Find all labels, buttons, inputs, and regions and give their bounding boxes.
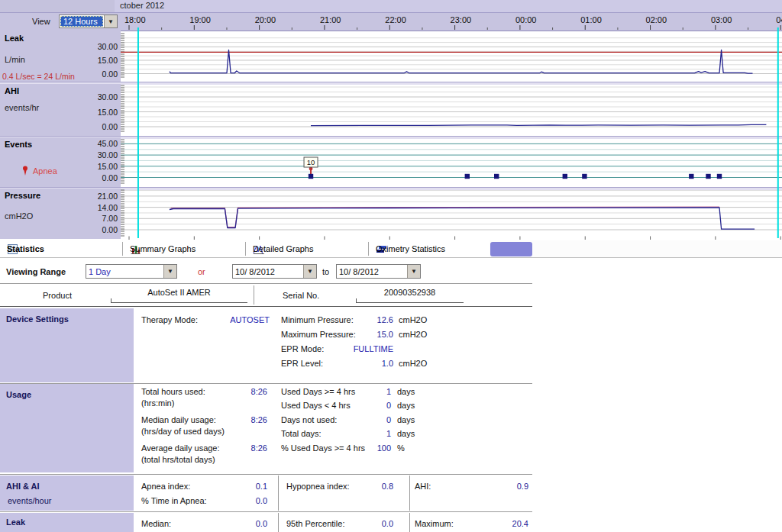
highlight-chip[interactable] — [490, 242, 532, 256]
used-days-lt4-label: Used Days < 4 hrs — [281, 401, 351, 410]
events-ytick-label: 45.00 — [84, 139, 118, 148]
used-days-ge4-label: Used Days >= 4 hrs — [281, 387, 355, 396]
chevron-down-icon[interactable]: ▼ — [303, 265, 316, 278]
days-not-used-label: Days not used: — [281, 415, 337, 424]
total-hours-value: 8:26 — [229, 387, 267, 396]
used-days-lt4-value: 0 — [353, 401, 391, 410]
from-date-value: 10/ 8/2012 — [233, 267, 303, 276]
divider — [254, 285, 254, 305]
max-pressure-label: Maximum Pressure: — [281, 330, 356, 339]
chevron-down-icon[interactable]: ▼ — [407, 265, 420, 278]
pressure-ytick-label: 0.00 — [84, 225, 118, 234]
from-date-dropdown[interactable]: 10/ 8/2012 ▼ — [232, 264, 317, 279]
tab-oximetry-statistics-label: Oximetry Statistics — [376, 244, 445, 253]
device-settings-title: Device Settings — [6, 314, 69, 324]
leak-stats-cell: Leak — [0, 513, 134, 532]
leak-panel-title: Leak — [5, 34, 24, 43]
leak-95th-label: 95th Percentile: — [286, 519, 344, 528]
pressure-ytick-label: 7.00 — [84, 214, 118, 223]
pressure-panel-title: Pressure — [5, 191, 40, 200]
time-tick-label: 23:00 — [451, 15, 481, 24]
epr-mode-value: FULLTIME — [347, 344, 393, 353]
month-label: ctober 2012 — [120, 1, 164, 10]
chevron-down-icon[interactable]: ▼ — [163, 265, 176, 278]
leak-median-label: Median: — [141, 519, 171, 528]
time-tick-label: 19:00 — [189, 15, 220, 24]
tab-detailed-graphs[interactable]: Detailed Graphs — [246, 240, 368, 257]
svg-text:10: 10 — [307, 158, 315, 166]
min-pressure-unit: cmH2O — [399, 315, 427, 324]
hypopnea-marker — [689, 174, 693, 179]
tab-oximetry-statistics[interactable]: Oximetry Statistics — [369, 240, 490, 257]
product-value: AutoSet II AMER — [111, 288, 247, 303]
ahi-panel-title: AHI — [5, 86, 19, 95]
divider — [0, 306, 532, 307]
epr-level-unit: cmH2O — [399, 359, 427, 368]
time-tick-label: 01:00 — [580, 15, 611, 24]
time-tick-label: 18:00 — [124, 15, 155, 24]
time-tick-label: 00:00 — [515, 15, 546, 24]
time-tick-label: 02:00 — [646, 15, 677, 24]
leak-ytick-label: 15.00 — [84, 56, 118, 65]
median-usage-label: Median daily usage: — [141, 415, 216, 424]
tab-summary-graphs-label: Summary Graphs — [130, 244, 196, 253]
chevron-down-icon[interactable]: ▼ — [104, 15, 117, 27]
set_pressure-trace — [171, 207, 719, 227]
epr-mode-label: EPR Mode: — [281, 344, 324, 353]
time-axis-band: View 12 Hours ▼ 18:0019:0020:0021:0022:0… — [0, 13, 782, 31]
resscan-window: ctober 2012 View 12 Hours ▼ 18:0019:0020… — [0, 0, 782, 532]
pressure-panel-unit: cmH2O — [5, 211, 33, 221]
corner-spacer — [0, 0, 115, 12]
leak-ytick-label: 0.00 — [84, 69, 118, 79]
viewing-range-preset-dropdown[interactable]: 1 Day ▼ — [86, 264, 177, 279]
therapy-mode-value: AUTOSET — [206, 315, 270, 324]
leak_lpm-trace — [170, 50, 753, 74]
tab-bar: Statistics Summary Graphs Detailed Graph… — [0, 240, 782, 258]
view-label: View — [32, 17, 50, 26]
hypopnea-marker — [494, 174, 499, 179]
ahi-ai-subtitle: events/hour — [8, 496, 51, 505]
leak-stats-title: Leak — [6, 517, 25, 527]
leak-ytick-label: 30.00 — [84, 42, 118, 51]
pct-time-apnea-value: 0.0 — [229, 496, 267, 505]
time-tick-label: 04:00 — [776, 15, 782, 24]
usage-cell: Usage — [0, 384, 134, 472]
ahi-ai-title: AHI & AI — [6, 482, 40, 491]
to-date-dropdown[interactable]: 10/ 8/2012 ▼ — [336, 264, 421, 279]
divider — [278, 476, 279, 511]
pressure-ytick-label: 21.00 — [84, 192, 118, 201]
min-pressure-label: Minimum Pressure: — [281, 315, 354, 324]
apnea-legend-label: Apnea — [33, 166, 57, 176]
median-usage-value: 8:26 — [229, 415, 267, 424]
used-days-ge4-unit: days — [397, 387, 415, 396]
mask_pressure-trace — [170, 208, 755, 229]
hypopnea-index-value: 0.8 — [355, 482, 393, 491]
pct-used-days-value: 100 — [353, 443, 391, 453]
view-dropdown[interactable]: 12 Hours ▼ — [59, 15, 118, 28]
events-panel-title: Events — [5, 140, 32, 149]
events-ytick-label: 30.00 — [84, 150, 118, 160]
serial-number-value: 20090352938 — [356, 288, 464, 303]
hypopnea-index-label: Hypopnea index: — [286, 482, 350, 491]
days-not-used-unit: days — [397, 415, 415, 424]
hypopnea-marker — [582, 174, 586, 179]
used-days-ge4-value: 1 — [353, 387, 391, 396]
product-label: Product — [31, 291, 84, 300]
average-usage-sub: (total hrs/total days) — [141, 455, 215, 464]
apnea-legend: Apnea — [21, 166, 57, 176]
events-ytick-label: 0.00 — [84, 173, 118, 182]
device-settings-cell: Device Settings — [0, 308, 134, 382]
tab-summary-graphs[interactable]: Summary Graphs — [123, 240, 245, 257]
leak-panel-unit: L/min — [5, 55, 25, 64]
tab-statistics[interactable]: Statistics — [0, 240, 122, 257]
divider — [0, 283, 532, 284]
ahi-ytick-label: 15.00 — [84, 108, 118, 117]
min-pressure-value: 12.6 — [347, 315, 393, 324]
ahi-ytick-label: 30.00 — [84, 92, 118, 102]
epr-level-value: 1.0 — [347, 359, 393, 368]
ahi-panel-unit: events/hr — [5, 103, 39, 112]
usage-title: Usage — [6, 390, 31, 399]
to-date-value: 10/ 8/2012 — [337, 267, 407, 276]
therapy-mode-label: Therapy Mode: — [141, 315, 198, 324]
days-not-used-value: 0 — [353, 415, 391, 424]
